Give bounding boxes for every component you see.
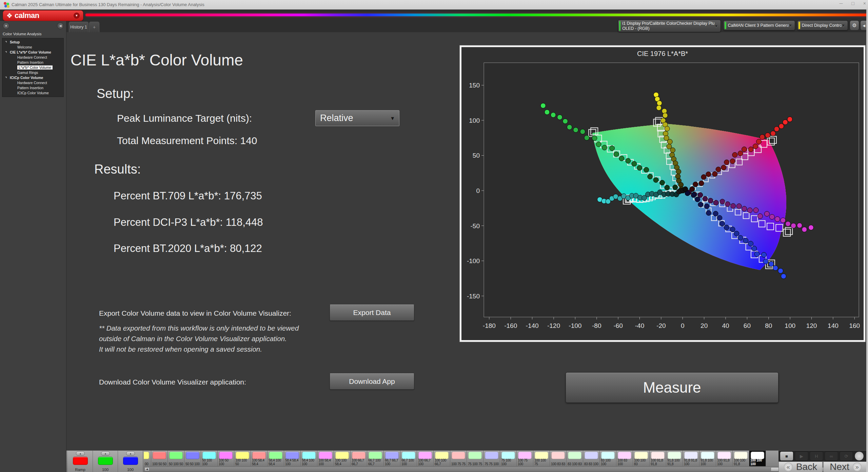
pattern-swatch[interactable]: 83 83 100 xyxy=(583,451,600,466)
loop-button[interactable]: ∞ xyxy=(825,451,838,461)
expander-icon[interactable] xyxy=(5,77,7,78)
pattern-swatch[interactable]: 100 100 100 xyxy=(749,451,766,466)
pattern-swatch[interactable]: 100 83 100 xyxy=(616,451,633,466)
pattern-swatch[interactable]: 75 100 100 xyxy=(500,451,517,466)
tree-item[interactable]: Pattern Insertion xyxy=(2,85,63,90)
tree-item[interactable]: Hardware Connect xyxy=(2,55,63,60)
pattern-swatch[interactable]: 83 100 83 xyxy=(567,451,583,466)
plus-icon: + xyxy=(93,24,96,30)
blank-button[interactable] xyxy=(854,451,864,461)
maximize-icon[interactable]: □ xyxy=(851,1,854,6)
fixed-pattern-cell[interactable]: ▲Ramp xyxy=(68,451,93,472)
pattern-swatch[interactable]: 100 100 58,4 xyxy=(334,451,351,466)
tree-item[interactable]: Pattern Insertion xyxy=(2,60,63,65)
tree-item[interactable]: CIE L*a*b* Color Volume xyxy=(2,50,63,55)
pattern-swatch[interactable]: 100 83 83 xyxy=(550,451,567,466)
display-control-dropdown[interactable]: Direct Display Control ▼ xyxy=(797,20,848,31)
back-button[interactable]: « Back xyxy=(778,461,823,472)
pattern-swatch[interactable]: 58,4 58,4 100 xyxy=(284,451,301,466)
arrow-up-icon[interactable]: ▲ xyxy=(101,451,110,456)
measured-point-red xyxy=(753,144,758,149)
refresh-button[interactable]: ⟳ xyxy=(840,451,853,461)
pattern-swatch[interactable]: 00 xyxy=(144,451,151,466)
pattern-generator-dropdown[interactable]: CalMAN Client 3 Pattern Generator ▼ xyxy=(723,20,795,31)
pattern-swatch[interactable]: 100 58,4 58,4 xyxy=(251,451,268,466)
pattern-swatch[interactable]: 100 100 75 xyxy=(533,451,550,466)
pattern-label: 66,7 66,7 100 xyxy=(385,459,400,466)
fit-button[interactable]: H xyxy=(810,451,823,461)
expander-icon[interactable] xyxy=(5,41,7,43)
tree-item[interactable]: Welcome xyxy=(2,44,63,50)
calman-menu-button[interactable]: ❖ calman ▼ xyxy=(3,10,83,21)
expander-icon[interactable] xyxy=(5,51,7,53)
pattern-swatch[interactable]: 66,7 100 66,7 xyxy=(367,451,384,466)
fixed-pattern-cell[interactable]: ▲100 xyxy=(118,451,143,472)
stop-button[interactable]: ■ xyxy=(780,451,793,461)
pattern-swatch[interactable]: 100 50 100 xyxy=(218,451,234,466)
result-bt2020: Percent BT.2020 L*a*b*: 80,122 xyxy=(114,242,262,255)
arrow-up-icon[interactable]: ▲ xyxy=(76,451,85,456)
pattern-swatch[interactable]: 100 66,7 100 xyxy=(417,451,434,466)
scroll-left-button[interactable]: ◀ xyxy=(144,467,150,471)
tree-item[interactable]: L*a*b* Color Volume xyxy=(2,65,63,70)
measured-point-red xyxy=(706,172,711,177)
pattern-swatch[interactable]: 75 100 75 xyxy=(467,451,484,466)
measured-point-blue xyxy=(778,268,783,273)
pattern-swatch[interactable]: 91,8 91,8 100 xyxy=(683,451,699,466)
measure-button[interactable]: Measure xyxy=(566,372,778,403)
pattern-swatch[interactable]: 100 100 83 xyxy=(633,451,650,466)
pattern-swatch[interactable]: 100 66,7 66,7 xyxy=(351,451,367,466)
pattern-swatch[interactable]: 100 58,4 100 xyxy=(317,451,334,466)
pattern-swatch[interactable]: 58,4 100 58,4 xyxy=(268,451,284,466)
add-tab-button[interactable]: + xyxy=(89,22,99,32)
pattern-swatch[interactable]: 100 91,8 91,8 xyxy=(650,451,666,466)
pattern-swatch[interactable]: 91,8 100 91,8 xyxy=(666,451,683,466)
tree-item[interactable]: Hardware Connect xyxy=(2,80,63,85)
collapse-sidebar-button[interactable]: ◀ xyxy=(57,22,64,29)
pattern-label: 50 100 100 xyxy=(202,459,217,466)
pattern-chip xyxy=(668,452,681,459)
pattern-swatch[interactable]: 91,8 100 100 xyxy=(699,451,716,466)
pattern-chip xyxy=(169,452,183,459)
pattern-swatch[interactable]: 58,4 100 100 xyxy=(301,451,317,466)
tab-history-1[interactable]: History 1 xyxy=(69,22,88,32)
pattern-swatch[interactable]: 100 75 100 xyxy=(517,451,533,466)
tree-item[interactable]: ICtCp Color Volume xyxy=(2,90,63,95)
peak-luminance-select[interactable]: Relative ▼ xyxy=(315,110,399,126)
pattern-swatch[interactable]: 100 100 66,7 xyxy=(434,451,450,466)
tree-item[interactable]: ICtCp Color Volume xyxy=(2,75,63,80)
measured-point-yellow xyxy=(662,109,667,114)
play-button[interactable]: ▶ xyxy=(795,451,808,461)
svg-text:150: 150 xyxy=(469,82,480,89)
measured-point-red xyxy=(732,152,737,157)
sidebar-options-button[interactable]: ● xyxy=(3,22,9,29)
pattern-swatch[interactable]: 100 50 50 xyxy=(151,451,168,466)
pattern-swatch[interactable]: 100 100 50 xyxy=(234,451,251,466)
tree-item[interactable]: Gamut Rings xyxy=(2,70,63,75)
close-icon[interactable]: × xyxy=(863,1,866,6)
download-app-button[interactable]: Download App xyxy=(330,373,414,390)
fixed-pattern-cell[interactable]: ▲100 xyxy=(93,451,118,472)
pattern-swatch[interactable]: 100 75 75 xyxy=(450,451,467,466)
pattern-swatch[interactable]: 66,7 100 100 xyxy=(400,451,417,466)
measured-point-blue xyxy=(743,238,748,243)
pattern-scrollbar[interactable]: ◀ ▶ xyxy=(144,467,845,472)
next-button[interactable]: Next » xyxy=(823,461,868,472)
meter-dropdown[interactable]: i1 Display Pro/Calibrite ColorChecker Di… xyxy=(618,20,721,32)
pattern-swatch[interactable]: 83 100 100 xyxy=(600,451,616,466)
pattern-swatch[interactable]: 50 50 100 xyxy=(184,451,201,466)
pattern-swatch[interactable]: 75 75 100 xyxy=(484,451,500,466)
measured-point-red xyxy=(721,165,726,170)
pattern-swatch[interactable]: 50 100 50 xyxy=(168,451,184,466)
pattern-swatch[interactable]: 50 100 100 xyxy=(201,451,218,466)
export-data-button[interactable]: Export Data xyxy=(330,304,414,321)
pattern-swatch[interactable]: 100 100 91,8 xyxy=(733,451,749,466)
settings-button[interactable]: ⚙ xyxy=(850,20,859,31)
pattern-chip xyxy=(73,457,88,465)
pattern-swatch[interactable]: 66,7 66,7 100 xyxy=(384,451,400,466)
tree-item[interactable]: Setup xyxy=(2,39,63,44)
pattern-swatch[interactable]: 100 91,8 100 xyxy=(716,451,733,466)
arrow-up-icon[interactable]: ▲ xyxy=(126,451,135,456)
knob-icon: ● xyxy=(5,24,7,27)
minimize-icon[interactable]: ─ xyxy=(839,1,843,6)
